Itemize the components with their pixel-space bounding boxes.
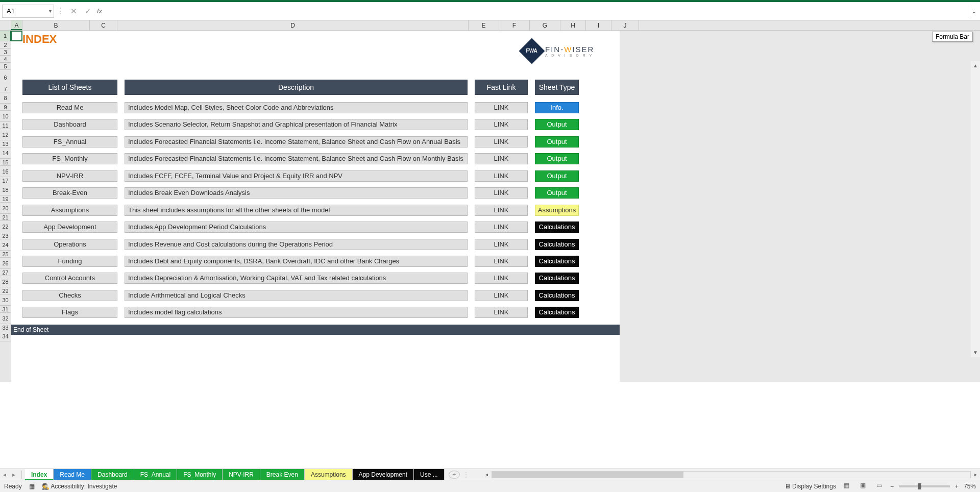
sheet-tab[interactable]: Break Even bbox=[260, 469, 305, 480]
row-header[interactable]: 31 bbox=[0, 306, 11, 313]
fast-link-cell[interactable]: LINK bbox=[475, 205, 528, 216]
column-header[interactable]: G bbox=[530, 20, 560, 30]
row-header[interactable]: 9 bbox=[0, 104, 11, 111]
row-header[interactable]: 21 bbox=[0, 214, 11, 221]
scroll-up-icon[interactable]: ▲ bbox=[971, 61, 980, 70]
sheet-tab[interactable]: Read Me bbox=[54, 469, 91, 480]
row-header[interactable]: 10 bbox=[0, 111, 11, 122]
row-header[interactable]: 24 bbox=[0, 239, 11, 251]
row-header[interactable]: 22 bbox=[0, 221, 11, 232]
column-header[interactable]: H bbox=[560, 20, 586, 30]
cancel-icon[interactable]: ✕ bbox=[66, 7, 81, 16]
row-header[interactable]: 19 bbox=[0, 195, 11, 203]
accessibility-status[interactable]: 🕵 Accessibility: Investigate bbox=[42, 483, 117, 490]
row-header[interactable]: 3 bbox=[0, 48, 11, 56]
description-cell: This sheet includes assumptions for all … bbox=[125, 205, 468, 216]
sheet-tab[interactable]: FS_Monthly bbox=[177, 469, 223, 480]
row-header[interactable]: 17 bbox=[0, 177, 11, 184]
row-header[interactable]: 32 bbox=[0, 313, 11, 324]
row-header[interactable]: 27 bbox=[0, 269, 11, 276]
zoom-thumb[interactable] bbox=[918, 483, 921, 489]
column-header[interactable]: A bbox=[11, 20, 22, 30]
row-header[interactable]: 25 bbox=[0, 251, 11, 258]
fast-link-cell[interactable]: LINK bbox=[475, 290, 528, 301]
sheet-tab[interactable]: NPV-IRR bbox=[223, 469, 260, 480]
fast-link-cell[interactable]: LINK bbox=[475, 187, 528, 199]
scroll-left-icon[interactable]: ◂ bbox=[482, 472, 492, 477]
row-header[interactable]: 33 bbox=[0, 324, 11, 331]
fast-link-cell[interactable]: LINK bbox=[475, 102, 528, 113]
row-header[interactable]: 34 bbox=[0, 331, 11, 341]
zoom-level[interactable]: 75% bbox=[964, 483, 976, 490]
sheet-tab[interactable]: Use ... bbox=[414, 469, 445, 480]
fast-link-cell[interactable]: LINK bbox=[475, 222, 528, 233]
row-header[interactable]: 12 bbox=[0, 129, 11, 140]
add-sheet-icon[interactable]: + bbox=[449, 471, 460, 479]
zoom-out-icon[interactable]: − bbox=[890, 483, 894, 490]
column-header[interactable]: F bbox=[499, 20, 530, 30]
row-header[interactable]: 26 bbox=[0, 258, 11, 269]
tab-nav-next-icon[interactable]: ▸ bbox=[9, 471, 18, 478]
scroll-down-icon[interactable]: ▼ bbox=[971, 348, 980, 357]
fast-link-cell[interactable]: LINK bbox=[475, 307, 528, 318]
column-header[interactable]: E bbox=[469, 20, 499, 30]
row-header[interactable]: 11 bbox=[0, 122, 11, 129]
row-header[interactable]: 18 bbox=[0, 184, 11, 195]
tab-nav-prev-icon[interactable]: ◂ bbox=[0, 471, 9, 478]
row-header[interactable]: 29 bbox=[0, 287, 11, 294]
row-header[interactable]: 7 bbox=[0, 85, 11, 92]
zoom-slider[interactable] bbox=[899, 485, 950, 487]
vertical-scrollbar[interactable]: ▲ ▼ bbox=[971, 61, 980, 357]
row-header[interactable]: 15 bbox=[0, 159, 11, 166]
fast-link-cell[interactable]: LINK bbox=[475, 170, 528, 182]
row-header[interactable]: 8 bbox=[0, 92, 11, 104]
row-header[interactable]: 20 bbox=[0, 203, 11, 214]
sheet-tab[interactable]: Assumptions bbox=[305, 469, 353, 480]
sheet-name-cell: Flags bbox=[22, 307, 117, 318]
scroll-right-icon[interactable]: ▸ bbox=[971, 472, 980, 477]
sheet-tab[interactable]: FS_Annual bbox=[134, 469, 177, 480]
enter-icon[interactable]: ✓ bbox=[81, 7, 95, 16]
row-header[interactable]: 6 bbox=[0, 70, 11, 85]
row-header[interactable]: 2 bbox=[0, 41, 11, 48]
row-header[interactable]: 28 bbox=[0, 276, 11, 287]
column-header[interactable]: J bbox=[611, 20, 639, 30]
display-settings-button[interactable]: 🖥 Display Settings bbox=[785, 483, 836, 490]
row-header[interactable]: 30 bbox=[0, 294, 11, 306]
fast-link-cell[interactable]: LINK bbox=[475, 239, 528, 250]
sheet-content[interactable]: INDEX FIN-WISER A D V I S O R Y List of … bbox=[11, 31, 980, 382]
name-box[interactable]: A1 ▾ bbox=[2, 5, 54, 18]
fast-link-cell[interactable]: LINK bbox=[475, 256, 528, 267]
row-header[interactable]: 14 bbox=[0, 147, 11, 159]
fx-icon[interactable]: fx bbox=[97, 7, 102, 15]
expand-formula-icon[interactable]: ⌄ bbox=[968, 5, 980, 18]
column-header[interactable]: D bbox=[117, 20, 469, 30]
row-header[interactable]: 13 bbox=[0, 140, 11, 147]
macro-record-icon[interactable]: ▦ bbox=[29, 483, 35, 490]
column-header[interactable]: C bbox=[90, 20, 117, 30]
hscroll-thumb[interactable] bbox=[492, 472, 683, 478]
zoom-in-icon[interactable]: + bbox=[955, 483, 959, 490]
page-layout-view-icon[interactable]: ▣ bbox=[857, 482, 869, 491]
row-header[interactable]: 5 bbox=[0, 63, 11, 70]
row-header[interactable]: 16 bbox=[0, 166, 11, 177]
chevron-down-icon[interactable]: ▾ bbox=[49, 8, 52, 14]
sheet-tab[interactable]: Dashboard bbox=[91, 469, 134, 480]
sheet-tab[interactable]: App Development bbox=[353, 469, 414, 480]
column-header[interactable]: B bbox=[22, 20, 90, 30]
row-header[interactable]: 1 bbox=[0, 31, 11, 41]
fast-link-cell[interactable]: LINK bbox=[475, 153, 528, 164]
formula-input[interactable] bbox=[102, 5, 968, 18]
fast-link-cell[interactable]: LINK bbox=[475, 119, 528, 130]
sheet-tab[interactable]: Index bbox=[25, 469, 54, 480]
normal-view-icon[interactable]: ▦ bbox=[841, 482, 852, 491]
page-break-view-icon[interactable]: ▭ bbox=[874, 482, 885, 491]
fast-link-cell[interactable]: LINK bbox=[475, 273, 528, 284]
select-all-corner[interactable] bbox=[0, 20, 11, 30]
row-header[interactable]: 4 bbox=[0, 56, 11, 63]
horizontal-scrollbar[interactable]: ◂ ▸ bbox=[482, 471, 980, 478]
fast-link-cell[interactable]: LINK bbox=[475, 136, 528, 147]
column-header[interactable]: I bbox=[586, 20, 611, 30]
row-header[interactable]: 23 bbox=[0, 232, 11, 239]
hscroll-track[interactable] bbox=[492, 471, 971, 478]
